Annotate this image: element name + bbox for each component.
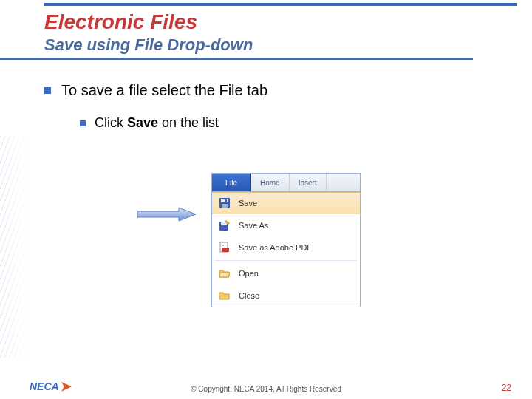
menu-label-savepdf: Save as Adobe PDF: [239, 243, 312, 252]
bullet-2-post: on the list: [158, 115, 219, 130]
menu-item-savepdf[interactable]: Save as Adobe PDF: [212, 236, 360, 259]
svg-rect-3: [222, 204, 228, 208]
bullet-level-2: Click Save on the list: [80, 115, 532, 131]
bullet-2-bold: Save: [127, 115, 158, 130]
slide-subtitle: Save using File Drop-down: [0, 34, 473, 60]
menu-label-close: Close: [239, 291, 259, 300]
bullet-level-1: To save a file select the File tab: [44, 82, 532, 99]
menu-item-open[interactable]: Open: [212, 262, 360, 284]
menu-label-open: Open: [239, 269, 259, 278]
menu-separator: [215, 260, 357, 261]
svg-point-9: [222, 245, 224, 246]
menu-item-saveas[interactable]: Save As: [212, 214, 360, 236]
svg-rect-2: [221, 199, 228, 202]
slide-title: Electronic Files: [0, 6, 532, 34]
pointer-arrow-icon: [137, 207, 197, 225]
home-tab[interactable]: Home: [251, 174, 290, 191]
decorative-lines: [0, 136, 30, 358]
page-number: 22: [502, 383, 511, 393]
bullet-2-text: Click Save on the list: [95, 115, 219, 131]
save-icon: [218, 197, 231, 210]
pdf-icon: [218, 241, 231, 254]
svg-rect-8: [222, 248, 229, 252]
open-folder-icon: [218, 267, 231, 280]
content-area: To save a file select the File tab Click…: [0, 60, 532, 131]
svg-rect-4: [225, 200, 227, 202]
menu-item-save[interactable]: Save: [212, 192, 360, 214]
file-tab[interactable]: File: [212, 174, 251, 191]
file-menu-panel: Save Save As: [211, 192, 361, 307]
slide: Electronic Files Save using File Drop-do…: [0, 3, 532, 399]
close-folder-icon: [218, 289, 231, 302]
file-menu-screenshot: File Home Insert Save: [211, 173, 361, 307]
insert-tab[interactable]: Insert: [290, 174, 327, 191]
svg-marker-0: [137, 208, 196, 221]
bullet-1-text: To save a file select the File tab: [61, 82, 267, 99]
menu-label-save: Save: [239, 199, 257, 208]
bullet-square-icon: [80, 120, 86, 126]
bullet-square-icon: [44, 87, 51, 94]
footer-copyright: © Copyright, NECA 2014, All Rights Reser…: [0, 385, 532, 393]
svg-rect-6: [221, 222, 227, 225]
menu-item-close[interactable]: Close: [212, 284, 360, 307]
ribbon-bar: File Home Insert: [211, 173, 361, 192]
save-as-icon: [218, 219, 231, 232]
menu-label-saveas: Save As: [239, 221, 268, 230]
bullet-2-pre: Click: [95, 115, 127, 130]
